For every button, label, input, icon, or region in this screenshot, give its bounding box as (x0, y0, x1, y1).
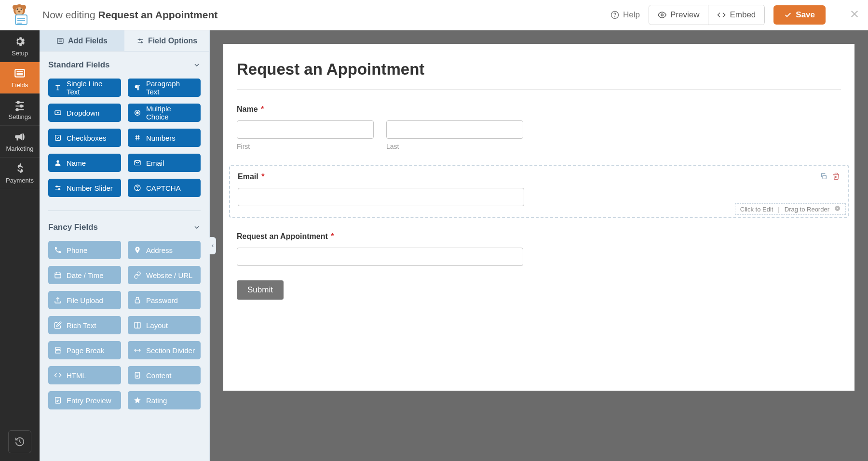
field-email[interactable]: Email (128, 154, 201, 172)
edit-icon (54, 321, 62, 329)
icon-sidebar: Setup Fields Settings Marketing Payments (0, 30, 40, 461)
hash-icon (134, 134, 141, 142)
first-name-input[interactable] (237, 120, 374, 139)
sidebar-label: Fields (12, 81, 28, 89)
form-field-name[interactable]: Name * First Last (237, 105, 841, 150)
field-single-line-text[interactable]: Single Line Text (48, 79, 121, 97)
svg-point-5 (21, 9, 22, 10)
chevron-left-icon (210, 243, 215, 248)
svg-marker-67 (134, 397, 140, 403)
sidebar-item-fields[interactable]: Fields (0, 62, 40, 94)
field-layout[interactable]: Layout (128, 316, 201, 334)
field-rating[interactable]: Rating (128, 391, 201, 409)
panel-divider (48, 211, 201, 211)
revisions-button[interactable] (8, 430, 31, 453)
form-title[interactable]: Request an Appointment (237, 60, 841, 90)
delete-field-button[interactable] (832, 172, 840, 182)
embed-button[interactable]: Embed (708, 5, 764, 25)
form-field-appointment[interactable]: Request an Appointment * (237, 232, 841, 266)
slider-icon (54, 184, 62, 192)
field-phone[interactable]: Phone (48, 241, 121, 259)
svg-point-6 (18, 11, 21, 13)
save-button[interactable]: Save (773, 5, 826, 25)
fancy-fields-heading[interactable]: Fancy Fields (48, 223, 201, 232)
svg-point-46 (137, 189, 138, 190)
field-item-label: Multiple Choice (146, 105, 195, 121)
duplicate-field-button[interactable] (820, 172, 827, 182)
field-item-label: Number Slider (67, 184, 113, 192)
eye-icon (658, 11, 666, 19)
field-item-label: Layout (146, 321, 168, 329)
sidebar-item-payments[interactable]: Payments (0, 158, 40, 189)
field-number-slider[interactable]: Number Slider (48, 179, 121, 197)
field-content[interactable]: Content (128, 366, 201, 384)
field-item-label: Numbers (146, 134, 176, 142)
doc-icon (134, 371, 141, 379)
field-item-label: Address (146, 246, 173, 254)
main-wrap: Setup Fields Settings Marketing Payments… (0, 30, 868, 461)
field-page-break[interactable]: Page Break (48, 341, 121, 359)
gear-icon (14, 35, 26, 48)
sidebar-item-marketing[interactable]: Marketing (0, 126, 40, 158)
field-paragraph-text[interactable]: Paragraph Text (128, 79, 201, 97)
code-icon (717, 11, 726, 19)
field-section-divider[interactable]: Section Divider (128, 341, 201, 359)
hint-close-button[interactable] (834, 205, 841, 213)
help-button[interactable]: Help (610, 10, 640, 20)
tab-field-options[interactable]: Field Options (124, 30, 209, 51)
email-input[interactable] (238, 188, 524, 206)
link-icon (134, 271, 141, 279)
pin-icon (134, 246, 141, 254)
user-icon (54, 159, 62, 167)
hint-reorder-text: Drag to Reorder (785, 206, 829, 213)
sidebar-item-settings[interactable]: Settings (0, 94, 40, 126)
paragraph-icon (134, 84, 141, 92)
field-website-url[interactable]: Website / URL (128, 266, 201, 284)
field-name[interactable]: Name (48, 154, 121, 172)
sliders-icon (14, 99, 26, 111)
panel-collapse-button[interactable] (209, 237, 216, 254)
sidebar-label: Setup (12, 50, 28, 57)
field-item-label: Content (146, 371, 172, 380)
standard-fields-heading[interactable]: Standard Fields (48, 60, 201, 70)
field-checkboxes[interactable]: Checkboxes (48, 129, 121, 147)
field-action-bar (820, 172, 840, 182)
svg-rect-68 (823, 175, 826, 179)
sidebar-item-setup[interactable]: Setup (0, 30, 40, 62)
preview-embed-group: Preview Embed (649, 5, 765, 25)
field-item-label: Website / URL (146, 271, 192, 279)
field-label-appointment: Request an Appointment * (237, 232, 841, 241)
svg-point-42 (56, 186, 58, 187)
field-address[interactable]: Address (128, 241, 201, 259)
field-numbers[interactable]: Numbers (128, 129, 201, 147)
svg-line-38 (138, 135, 138, 141)
required-indicator: * (259, 105, 264, 113)
fields-panel: Add Fields Field Options Standard Fields… (40, 30, 210, 461)
page-title: Now editing Request an Appointment (42, 9, 610, 21)
star-icon (134, 396, 141, 404)
svg-rect-34 (55, 135, 61, 141)
panel-body: Standard Fields Single Line TextParagrap… (40, 52, 209, 461)
check-icon (54, 134, 62, 142)
last-name-input[interactable] (386, 120, 523, 139)
field-item-label: Rich Text (67, 321, 96, 329)
submit-button[interactable]: Submit (237, 280, 284, 300)
field-dropdown[interactable]: Dropdown (48, 104, 121, 122)
close-button[interactable] (849, 8, 860, 22)
field-password[interactable]: Password (128, 291, 201, 309)
hint-edit-text: Click to Edit (740, 206, 773, 213)
form-field-email[interactable]: Email * Click to Edit | Drag to Reorder (229, 165, 849, 218)
field-multiple-choice[interactable]: Multiple Choice (128, 104, 201, 122)
field-date-time[interactable]: Date / Time (48, 266, 121, 284)
field-html[interactable]: HTML (48, 366, 121, 384)
field-entry-preview[interactable]: Entry Preview (48, 391, 121, 409)
field-captcha[interactable]: CAPTCHA (128, 179, 201, 197)
appointment-input[interactable] (237, 248, 523, 266)
field-file-upload[interactable]: File Upload (48, 291, 121, 309)
tab-add-fields[interactable]: Add Fields (40, 30, 124, 51)
field-rich-text[interactable]: Rich Text (48, 316, 121, 334)
svg-point-12 (615, 16, 615, 17)
svg-rect-52 (135, 300, 139, 303)
form-canvas: Request an Appointment Name * First Last (210, 30, 868, 461)
preview-button[interactable]: Preview (649, 5, 708, 25)
